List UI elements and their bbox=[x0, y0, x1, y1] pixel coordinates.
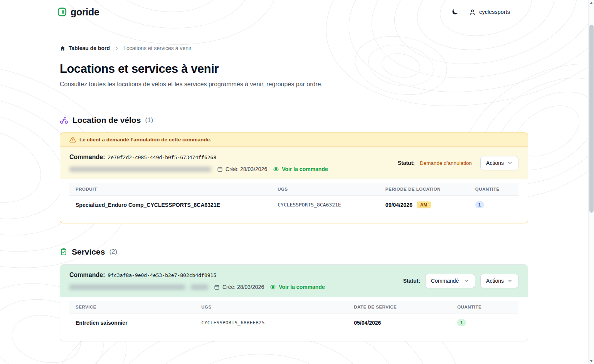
rentals-section-title: Location de vélos bbox=[72, 116, 141, 125]
services-section: Services (2) Commande:9fc3af8a-9e0d-4e53… bbox=[60, 247, 528, 341]
breadcrumb-home[interactable]: Tableau de bord bbox=[60, 45, 110, 51]
actions-button[interactable]: Actions bbox=[480, 274, 518, 288]
brand[interactable]: goride bbox=[57, 7, 99, 18]
rental-table-header-row: PRODUIT UGS PÉRIODE DE LOCATION QUANTITÉ bbox=[69, 183, 518, 196]
service-order-header: Commande:9fc3af8a-9e0d-4e53-b2e7-802cb4d… bbox=[60, 265, 528, 297]
order-created: Créé: 28/03/2026 bbox=[214, 284, 264, 290]
services-section-title: Services bbox=[72, 247, 105, 257]
col-header-date: DATE DE SERVICE bbox=[348, 301, 451, 314]
calendar-icon bbox=[217, 166, 223, 172]
col-header-produit: PRODUIT bbox=[69, 183, 271, 196]
actions-label: Actions bbox=[486, 160, 504, 166]
product-ugs: CYCLESSPORTS_8CA6321E bbox=[271, 196, 379, 214]
breadcrumb: Tableau de bord Locations et services à … bbox=[60, 45, 528, 51]
scroll-down-arrow[interactable] bbox=[590, 360, 593, 362]
service-table-header-row: SERVICE UGS DATE DE SERVICE QUANTITÉ bbox=[69, 301, 518, 314]
top-bar: goride cyclessports bbox=[0, 0, 594, 24]
quantity-cell: 1 bbox=[451, 314, 518, 332]
redacted-customer-info bbox=[69, 285, 185, 290]
view-order-label: Voir la commande bbox=[279, 284, 325, 290]
status-select[interactable]: Commandé bbox=[425, 274, 475, 288]
service-table-wrap: SERVICE UGS DATE DE SERVICE QUANTITÉ Ent… bbox=[60, 297, 528, 341]
page-title: Locations et services à venir bbox=[60, 62, 528, 76]
breadcrumb-current: Locations et services à venir bbox=[123, 45, 192, 51]
service-table: SERVICE UGS DATE DE SERVICE QUANTITÉ Ent… bbox=[69, 301, 518, 332]
order-created-label: Créé: 28/03/2026 bbox=[225, 166, 267, 172]
col-header-quantite: QUANTITÉ bbox=[451, 301, 518, 314]
user-menu[interactable]: cyclessports bbox=[469, 8, 510, 16]
view-order-link[interactable]: Voir la commande bbox=[273, 166, 328, 172]
brand-name: goride bbox=[71, 7, 99, 18]
col-header-periode: PÉRIODE DE LOCATION bbox=[379, 183, 469, 196]
service-date: 05/04/2026 bbox=[348, 314, 451, 332]
order-created: Créé: 28/03/2026 bbox=[217, 166, 267, 172]
user-icon bbox=[469, 8, 476, 16]
moon-icon bbox=[451, 8, 459, 16]
clipboard-check-icon bbox=[60, 248, 67, 256]
order-id: 2e70f2d2-c085-449d-b0f5-673474ff6268 bbox=[108, 154, 216, 160]
rental-period-date: 09/04/2026 bbox=[385, 202, 412, 208]
main-content: Tableau de bord Locations et services à … bbox=[60, 45, 528, 341]
order-id: 9fc3af8a-9e0d-4e53-b2e7-802cb4df0915 bbox=[108, 272, 216, 278]
chevron-right-icon bbox=[114, 46, 119, 51]
calendar-icon bbox=[214, 284, 220, 290]
view-order-label: Voir la commande bbox=[282, 166, 328, 172]
dark-mode-toggle[interactable] bbox=[451, 8, 459, 16]
cancellation-warning-banner: Le client a demandé l’annulation de cett… bbox=[60, 133, 528, 147]
goride-logo-icon bbox=[57, 7, 67, 17]
page-subtitle: Consultez toutes les locations de vélos … bbox=[60, 81, 528, 88]
warning-text: Le client a demandé l’annulation de cett… bbox=[79, 137, 211, 143]
quantity-badge: 1 bbox=[457, 319, 466, 326]
home-icon bbox=[60, 45, 66, 51]
rental-table-wrap: PRODUIT UGS PÉRIODE DE LOCATION QUANTITÉ… bbox=[60, 179, 528, 223]
eye-icon bbox=[270, 284, 276, 290]
col-header-ugs: UGS bbox=[195, 301, 348, 314]
view-order-link[interactable]: Voir la commande bbox=[270, 284, 325, 290]
col-header-quantite: QUANTITÉ bbox=[469, 183, 518, 196]
order-label: Commande: bbox=[69, 272, 105, 278]
rentals-section: Location de vélos (1) Le client a demand… bbox=[60, 116, 528, 223]
chevron-down-icon bbox=[507, 278, 513, 283]
order-created-label: Créé: 28/03/2026 bbox=[222, 284, 264, 290]
rental-order-header: Commande:2e70f2d2-c085-449d-b0f5-673474f… bbox=[60, 147, 528, 179]
redacted-customer-info bbox=[69, 167, 211, 172]
actions-button[interactable]: Actions bbox=[480, 156, 518, 170]
scroll-up-arrow[interactable] bbox=[590, 2, 593, 4]
rental-period-cell: 09/04/2026 AM bbox=[379, 196, 469, 214]
username: cyclessports bbox=[479, 9, 510, 15]
status-value: Demande d’annulation bbox=[420, 160, 472, 166]
service-order-card: Commande:9fc3af8a-9e0d-4e53-b2e7-802cb4d… bbox=[60, 264, 528, 341]
scrollbar[interactable] bbox=[588, 0, 594, 364]
rental-table: PRODUIT UGS PÉRIODE DE LOCATION QUANTITÉ… bbox=[69, 183, 518, 214]
status-label: Statut: bbox=[398, 160, 415, 166]
quantity-badge: 1 bbox=[475, 201, 484, 208]
scrollbar-thumb[interactable] bbox=[589, 25, 594, 213]
rental-order-card: Le client a demandé l’annulation de cett… bbox=[60, 133, 528, 223]
period-am-badge: AM bbox=[417, 201, 431, 208]
services-count: (2) bbox=[109, 248, 117, 256]
chevron-down-icon bbox=[507, 160, 513, 166]
col-header-ugs: UGS bbox=[271, 183, 379, 196]
status-label: Statut: bbox=[403, 278, 420, 284]
chevron-down-icon bbox=[464, 278, 469, 283]
service-name: Entretien saisonnier bbox=[69, 314, 195, 332]
warning-icon bbox=[69, 136, 76, 143]
breadcrumb-home-label: Tableau de bord bbox=[69, 45, 110, 51]
status-selected-value: Commandé bbox=[431, 278, 459, 284]
col-header-service: SERVICE bbox=[69, 301, 195, 314]
order-label: Commande: bbox=[69, 154, 105, 160]
service-table-row: Entretien saisonnier CYCLESSPORTS_68BFEB… bbox=[69, 314, 518, 332]
divider bbox=[60, 98, 528, 98]
quantity-cell: 1 bbox=[469, 196, 518, 214]
service-ugs: CYCLESSPORTS_68BFEB25 bbox=[195, 314, 348, 332]
rental-table-row: Specialized_Enduro Comp_CYCLESSPORTS_8CA… bbox=[69, 196, 518, 214]
actions-label: Actions bbox=[486, 278, 504, 284]
bicycle-icon bbox=[60, 116, 68, 124]
redacted-customer-info bbox=[191, 285, 208, 290]
eye-icon bbox=[273, 166, 279, 172]
rentals-count: (1) bbox=[145, 116, 153, 124]
product-name: Specialized_Enduro Comp_CYCLESSPORTS_8CA… bbox=[69, 196, 271, 214]
